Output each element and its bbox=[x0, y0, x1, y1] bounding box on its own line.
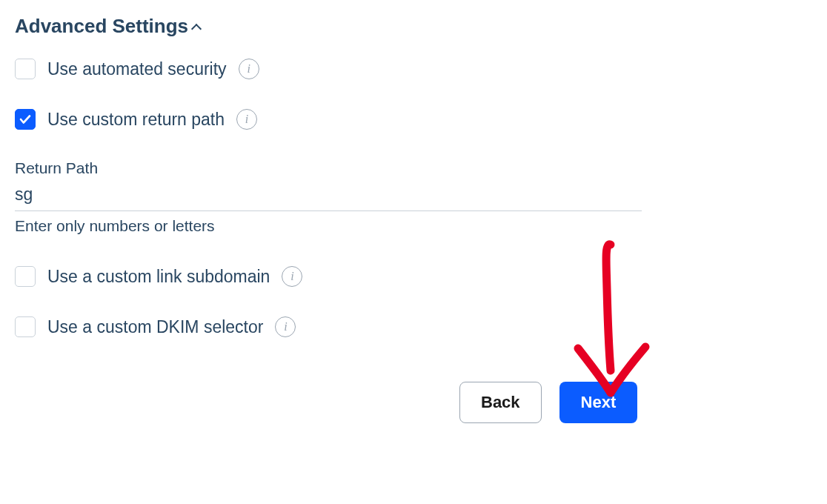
return-path-help: Enter only numbers or letters bbox=[15, 217, 642, 235]
return-path-label: Return Path bbox=[15, 159, 642, 177]
option-custom-return-path: Use custom return path i bbox=[15, 109, 812, 130]
custom-dkim-selector-checkbox[interactable] bbox=[15, 316, 36, 337]
info-icon[interactable]: i bbox=[239, 59, 259, 79]
custom-return-path-label: Use custom return path bbox=[47, 110, 225, 130]
section-title: Advanced Settings bbox=[15, 15, 188, 38]
option-automated-security: Use automated security i bbox=[15, 59, 812, 79]
custom-link-subdomain-label: Use a custom link subdomain bbox=[47, 267, 270, 287]
option-custom-dkim-selector: Use a custom DKIM selector i bbox=[15, 316, 812, 337]
back-button[interactable]: Back bbox=[459, 382, 542, 423]
next-button[interactable]: Next bbox=[559, 382, 638, 423]
option-custom-link-subdomain: Use a custom link subdomain i bbox=[15, 266, 812, 287]
custom-return-path-checkbox[interactable] bbox=[15, 109, 36, 130]
custom-link-subdomain-checkbox[interactable] bbox=[15, 266, 36, 287]
automated-security-checkbox[interactable] bbox=[15, 59, 36, 79]
automated-security-label: Use automated security bbox=[47, 59, 227, 79]
button-row: Back Next bbox=[459, 382, 812, 423]
info-icon[interactable]: i bbox=[275, 316, 296, 337]
chevron-up-icon bbox=[191, 23, 202, 33]
return-path-input[interactable] bbox=[15, 182, 642, 211]
info-icon[interactable]: i bbox=[282, 266, 302, 287]
custom-dkim-selector-label: Use a custom DKIM selector bbox=[47, 317, 263, 337]
info-icon[interactable]: i bbox=[236, 109, 257, 130]
return-path-field: Return Path Enter only numbers or letter… bbox=[15, 159, 642, 235]
advanced-settings-toggle[interactable]: Advanced Settings bbox=[15, 15, 812, 38]
